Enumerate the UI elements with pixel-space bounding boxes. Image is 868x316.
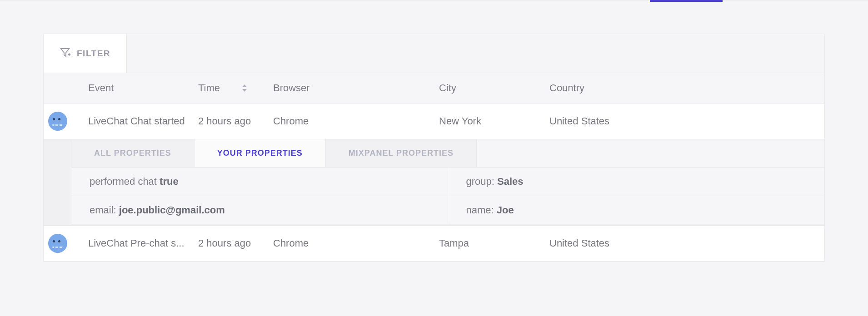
filter-bar: FILTER	[44, 34, 824, 73]
filter-icon	[60, 47, 70, 60]
property-key: name:	[466, 204, 497, 216]
cell-browser: Chrome	[273, 115, 439, 127]
cell-event: LiveChat Chat started	[80, 115, 198, 127]
table-row[interactable]: LiveChat Pre-chat s... 2 hours ago Chrom…	[44, 226, 824, 262]
sort-icon	[242, 84, 247, 92]
column-header-browser[interactable]: Browser	[273, 82, 439, 94]
property-value: true	[160, 176, 179, 187]
property-value: Sales	[497, 176, 524, 187]
events-panel: FILTER Event Time Browser City Country	[43, 34, 825, 262]
property-cell: group: Sales	[448, 168, 825, 196]
filter-button[interactable]: FILTER	[44, 34, 127, 73]
cell-country: United States	[549, 115, 824, 127]
cell-city: Tampa	[439, 237, 549, 249]
main-container: FILTER Event Time Browser City Country	[0, 2, 868, 262]
table-header: Event Time Browser City Country	[44, 73, 824, 104]
column-header-country[interactable]: Country	[549, 82, 824, 94]
cell-browser: Chrome	[273, 237, 439, 249]
property-value: joe.public@gmail.com	[119, 204, 225, 216]
property-key: email:	[90, 204, 119, 216]
column-header-time[interactable]: Time	[198, 82, 273, 94]
property-value: Joe	[497, 204, 514, 216]
column-header-time-label: Time	[198, 82, 220, 94]
property-cell: name: Joe	[448, 196, 825, 225]
cell-time: 2 hours ago	[198, 237, 273, 249]
property-grid: performed chat true group: Sales email: …	[71, 168, 824, 225]
tab-your-properties[interactable]: YOUR PROPERTIES	[195, 139, 326, 167]
column-header-event[interactable]: Event	[80, 82, 198, 94]
cell-country: United States	[549, 237, 824, 249]
cell-city: New York	[439, 115, 549, 127]
filter-label: FILTER	[77, 49, 110, 59]
active-tab-indicator	[650, 0, 723, 2]
property-tabs: ALL PROPERTIES YOUR PROPERTIES MIXPANEL …	[71, 139, 824, 168]
expanded-row: ALL PROPERTIES YOUR PROPERTIES MIXPANEL …	[44, 139, 824, 226]
property-cell: email: joe.public@gmail.com	[71, 196, 448, 225]
avatar	[48, 234, 67, 253]
table-row[interactable]: LiveChat Chat started 2 hours ago Chrome…	[44, 104, 824, 139]
property-key: group:	[466, 176, 498, 187]
property-key: performed chat	[90, 176, 160, 187]
cell-event: LiveChat Pre-chat s...	[80, 237, 198, 249]
cell-time: 2 hours ago	[198, 115, 273, 127]
property-cell: performed chat true	[71, 168, 448, 196]
tab-mixpanel-properties[interactable]: MIXPANEL PROPERTIES	[326, 139, 477, 167]
tab-all-properties[interactable]: ALL PROPERTIES	[71, 139, 195, 167]
avatar	[48, 112, 67, 131]
expanded-panel: ALL PROPERTIES YOUR PROPERTIES MIXPANEL …	[71, 139, 824, 225]
column-header-city[interactable]: City	[439, 82, 549, 94]
